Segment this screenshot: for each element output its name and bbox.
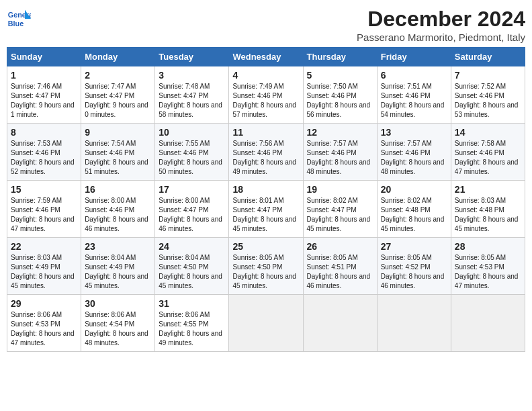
page-header: General Blue December 2024 Passerano Mar… [7,7,525,43]
calendar-cell: 30Sunrise: 8:06 AMSunset: 4:54 PMDayligh… [81,295,155,352]
day-number: 16 [85,184,151,195]
cell-info: Sunrise: 8:05 AMSunset: 4:52 PMDaylight:… [381,253,447,291]
logo: General Blue [7,7,34,31]
cell-info: Sunrise: 8:06 AMSunset: 4:54 PMDaylight:… [85,310,151,348]
day-number: 11 [232,127,299,138]
cell-info: Sunrise: 7:46 AMSunset: 4:47 PMDaylight:… [11,82,77,120]
calendar-cell: 24Sunrise: 8:04 AMSunset: 4:50 PMDayligh… [155,238,229,295]
day-number: 7 [455,70,521,81]
weekday-header: Saturday [451,48,525,66]
weekday-header: Monday [81,48,155,66]
calendar-cell: 16Sunrise: 8:00 AMSunset: 4:46 PMDayligh… [81,181,155,238]
cell-info: Sunrise: 8:02 AMSunset: 4:48 PMDaylight:… [381,196,447,234]
calendar-cell: 18Sunrise: 8:01 AMSunset: 4:47 PMDayligh… [229,181,303,238]
day-number: 6 [381,70,447,81]
day-number: 26 [307,241,373,252]
calendar-cell: 31Sunrise: 8:06 AMSunset: 4:55 PMDayligh… [155,295,229,352]
weekday-header: Tuesday [155,48,229,66]
calendar-cell: 14Sunrise: 7:58 AMSunset: 4:46 PMDayligh… [451,124,525,181]
location-title: Passerano Marmorito, Piedmont, Italy [357,32,525,43]
cell-info: Sunrise: 7:49 AMSunset: 4:46 PMDaylight:… [232,82,299,120]
day-number: 10 [159,127,225,138]
cell-info: Sunrise: 7:59 AMSunset: 4:46 PMDaylight:… [11,196,77,234]
title-block: December 2024 Passerano Marmorito, Piedm… [357,7,525,43]
calendar-cell: 1Sunrise: 7:46 AMSunset: 4:47 PMDaylight… [7,66,81,124]
weekday-header: Sunday [7,48,81,66]
calendar-cell [303,295,377,352]
calendar-cell: 29Sunrise: 8:06 AMSunset: 4:53 PMDayligh… [7,295,81,352]
cell-info: Sunrise: 7:47 AMSunset: 4:47 PMDaylight:… [85,82,151,120]
calendar-cell: 25Sunrise: 8:05 AMSunset: 4:50 PMDayligh… [229,238,303,295]
cell-info: Sunrise: 8:06 AMSunset: 4:53 PMDaylight:… [11,310,77,348]
cell-info: Sunrise: 8:05 AMSunset: 4:51 PMDaylight:… [307,253,373,291]
day-number: 13 [381,127,447,138]
calendar-cell: 2Sunrise: 7:47 AMSunset: 4:47 PMDaylight… [81,66,155,124]
cell-info: Sunrise: 8:05 AMSunset: 4:50 PMDaylight:… [232,253,299,291]
calendar-cell [451,295,525,352]
calendar-cell: 27Sunrise: 8:05 AMSunset: 4:52 PMDayligh… [377,238,451,295]
calendar-cell: 19Sunrise: 8:02 AMSunset: 4:47 PMDayligh… [303,181,377,238]
month-title: December 2024 [357,7,525,32]
svg-text:Blue: Blue [8,19,24,28]
weekday-header: Wednesday [229,48,303,66]
calendar-cell: 23Sunrise: 8:04 AMSunset: 4:49 PMDayligh… [81,238,155,295]
day-number: 4 [232,70,299,81]
cell-info: Sunrise: 7:52 AMSunset: 4:46 PMDaylight:… [455,82,521,120]
day-number: 27 [381,241,447,252]
calendar-cell: 28Sunrise: 8:05 AMSunset: 4:53 PMDayligh… [451,238,525,295]
day-number: 22 [11,241,77,252]
calendar-cell: 13Sunrise: 7:57 AMSunset: 4:46 PMDayligh… [377,124,451,181]
cell-info: Sunrise: 7:57 AMSunset: 4:46 PMDaylight:… [381,139,447,177]
calendar-cell: 6Sunrise: 7:51 AMSunset: 4:46 PMDaylight… [377,66,451,124]
day-number: 2 [85,70,151,81]
cell-info: Sunrise: 8:04 AMSunset: 4:50 PMDaylight:… [159,253,225,291]
cell-info: Sunrise: 7:55 AMSunset: 4:46 PMDaylight:… [159,139,225,177]
calendar-cell: 12Sunrise: 7:57 AMSunset: 4:46 PMDayligh… [303,124,377,181]
day-number: 12 [307,127,373,138]
calendar-cell: 11Sunrise: 7:56 AMSunset: 4:46 PMDayligh… [229,124,303,181]
calendar-cell [377,295,451,352]
day-number: 19 [307,184,373,195]
day-number: 15 [11,184,77,195]
cell-info: Sunrise: 7:56 AMSunset: 4:46 PMDaylight:… [232,139,299,177]
day-number: 23 [85,241,151,252]
day-number: 3 [159,70,225,81]
calendar-cell: 5Sunrise: 7:50 AMSunset: 4:46 PMDaylight… [303,66,377,124]
cell-info: Sunrise: 7:48 AMSunset: 4:47 PMDaylight:… [159,82,225,120]
day-number: 14 [455,127,521,138]
cell-info: Sunrise: 8:00 AMSunset: 4:46 PMDaylight:… [85,196,151,234]
calendar-cell: 15Sunrise: 7:59 AMSunset: 4:46 PMDayligh… [7,181,81,238]
day-number: 1 [11,70,77,81]
cell-info: Sunrise: 7:51 AMSunset: 4:46 PMDaylight:… [381,82,447,120]
day-number: 21 [455,184,521,195]
cell-info: Sunrise: 8:00 AMSunset: 4:47 PMDaylight:… [159,196,225,234]
weekday-header: Thursday [303,48,377,66]
cell-info: Sunrise: 8:06 AMSunset: 4:55 PMDaylight:… [159,310,225,348]
cell-info: Sunrise: 8:04 AMSunset: 4:49 PMDaylight:… [85,253,151,291]
day-number: 9 [85,127,151,138]
calendar-cell: 9Sunrise: 7:54 AMSunset: 4:46 PMDaylight… [81,124,155,181]
calendar-cell: 3Sunrise: 7:48 AMSunset: 4:47 PMDaylight… [155,66,229,124]
day-number: 28 [455,241,521,252]
cell-info: Sunrise: 7:50 AMSunset: 4:46 PMDaylight:… [307,82,373,120]
day-number: 5 [307,70,373,81]
calendar-cell [229,295,303,352]
calendar-cell: 20Sunrise: 8:02 AMSunset: 4:48 PMDayligh… [377,181,451,238]
cell-info: Sunrise: 7:54 AMSunset: 4:46 PMDaylight:… [85,139,151,177]
calendar-cell: 26Sunrise: 8:05 AMSunset: 4:51 PMDayligh… [303,238,377,295]
cell-info: Sunrise: 8:03 AMSunset: 4:48 PMDaylight:… [455,196,521,234]
day-number: 24 [159,241,225,252]
weekday-header: Friday [377,48,451,66]
cell-info: Sunrise: 7:53 AMSunset: 4:46 PMDaylight:… [11,139,77,177]
day-number: 8 [11,127,77,138]
day-number: 20 [381,184,447,195]
cell-info: Sunrise: 8:05 AMSunset: 4:53 PMDaylight:… [455,253,521,291]
cell-info: Sunrise: 8:02 AMSunset: 4:47 PMDaylight:… [307,196,373,234]
day-number: 17 [159,184,225,195]
calendar-table: SundayMondayTuesdayWednesdayThursdayFrid… [7,47,525,352]
cell-info: Sunrise: 7:58 AMSunset: 4:46 PMDaylight:… [455,139,521,177]
calendar-cell: 17Sunrise: 8:00 AMSunset: 4:47 PMDayligh… [155,181,229,238]
cell-info: Sunrise: 8:01 AMSunset: 4:47 PMDaylight:… [232,196,299,234]
cell-info: Sunrise: 8:03 AMSunset: 4:49 PMDaylight:… [11,253,77,291]
calendar-cell: 7Sunrise: 7:52 AMSunset: 4:46 PMDaylight… [451,66,525,124]
